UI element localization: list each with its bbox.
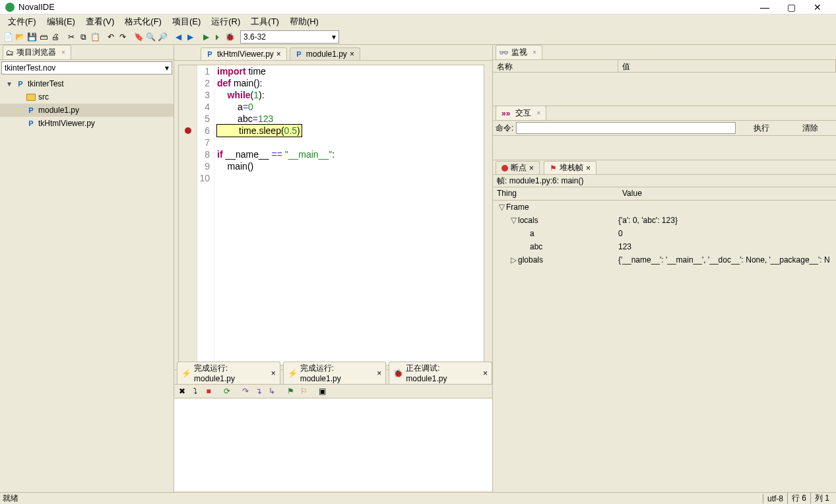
tree-item[interactable]: module1.py [0, 104, 174, 117]
expander-icon[interactable]: ▷ [510, 255, 517, 265]
step-over-icon[interactable]: ↷ [240, 386, 251, 396]
save-all-icon[interactable]: 🗃 [38, 32, 49, 42]
close-button[interactable]: ✕ [804, 2, 831, 13]
close-icon[interactable]: × [271, 369, 276, 378]
project-dropdown[interactable]: tkinterTest.nov ▾ [1, 61, 172, 75]
menu-item[interactable]: 工具(T) [245, 16, 284, 28]
project-explorer-tab[interactable]: 🗂 项目浏览器 × [3, 45, 71, 59]
interact-tab[interactable]: »» 交互 × [496, 106, 546, 120]
variable-value: 123 [618, 242, 836, 251]
console-tab[interactable]: ⚡完成运行: module1.py× [177, 362, 280, 384]
console-tab[interactable]: 🐞正在调试: module1.py× [389, 362, 492, 384]
forward-icon[interactable]: ▶ [185, 32, 195, 42]
close-icon[interactable]: × [532, 49, 536, 56]
maximize-button[interactable]: ▢ [778, 2, 804, 13]
open-icon[interactable]: 📂 [15, 32, 25, 42]
interact-label: 交互 [515, 108, 531, 119]
stackframes-tab[interactable]: ⚑ 堆栈帧 × [544, 161, 596, 174]
new-file-icon[interactable]: 📄 [3, 32, 13, 42]
code-line[interactable]: abc=123 [217, 113, 484, 125]
step-into-icon[interactable]: ↴ [253, 386, 264, 396]
tree-item[interactable]: ▾tkinterTest [0, 77, 174, 90]
print-icon[interactable]: 🖨 [50, 32, 61, 42]
tree-item[interactable]: tkHtmlViewer.py [0, 117, 174, 130]
find-replace-icon[interactable]: 🔎 [157, 32, 168, 42]
cut-icon[interactable]: ✂ [66, 32, 77, 42]
copy-icon[interactable]: ⧉ [78, 32, 88, 42]
run-icon[interactable]: ▶ [201, 32, 211, 42]
break2-icon[interactable]: ⚐ [298, 386, 309, 396]
menu-item[interactable]: 查看(V) [80, 16, 119, 28]
menu-item[interactable]: 格式化(F) [119, 16, 167, 28]
menu-item[interactable]: 编辑(E) [42, 16, 80, 28]
variable-row[interactable]: a0 [493, 227, 836, 240]
code-line[interactable]: a=0 [217, 101, 484, 113]
variable-row[interactable]: ▽locals{'a': 0, 'abc': 123} [493, 214, 836, 227]
expander-icon[interactable]: ▾ [5, 79, 13, 88]
variable-row[interactable]: abc123 [493, 240, 836, 253]
project-tree[interactable]: ▾tkinterTestsrcmodule1.pytkHtmlViewer.py [0, 76, 174, 492]
continue-icon[interactable]: ⟳ [222, 386, 232, 396]
console-tab-label: 完成运行: module1.py [194, 363, 269, 383]
close-icon[interactable]: × [276, 49, 281, 59]
save-icon[interactable]: 💾 [26, 32, 37, 42]
step-out-icon[interactable]: ↳ [267, 386, 277, 396]
step-icon[interactable]: ⤵ [190, 386, 201, 396]
back-icon[interactable]: ◀ [173, 32, 183, 42]
console-tab[interactable]: ⚡完成运行: module1.py× [283, 362, 387, 384]
watch-tab[interactable]: 👓 监视 × [496, 45, 542, 59]
breakpoints-tab[interactable]: 断点 × [496, 161, 540, 174]
close-icon[interactable]: × [483, 369, 488, 378]
python-version-label: 3.6-32 [243, 32, 266, 42]
code-line[interactable]: time.sleep(0.5) [217, 125, 484, 137]
break-icon[interactable]: ⚑ [285, 386, 296, 396]
undo-icon[interactable]: ↶ [106, 32, 116, 42]
variable-row[interactable]: ▷globals{'__name__': '__main__', '__doc_… [493, 253, 836, 267]
stop-icon[interactable]: ■ [203, 386, 214, 396]
redo-icon[interactable]: ↷ [117, 32, 128, 42]
console-output[interactable] [174, 398, 492, 491]
code-line[interactable] [217, 137, 484, 148]
bookmark-icon[interactable]: 🔖 [133, 32, 144, 42]
close-icon[interactable]: × [536, 110, 540, 117]
menu-item[interactable]: 帮助(H) [284, 16, 324, 28]
editor-tab[interactable]: module1.py× [290, 47, 360, 60]
code-line[interactable]: def main(): [217, 77, 484, 89]
variable-row[interactable]: ▽Frame [493, 201, 836, 214]
clear-button[interactable]: 清除 [787, 121, 833, 135]
watch-body[interactable] [493, 73, 836, 106]
code-editor[interactable]: 12345678910 import timedef main(): while… [178, 65, 484, 365]
run2-icon[interactable]: ⏵ [212, 32, 223, 42]
breakpoint-marker[interactable] [185, 127, 191, 134]
minimize-button[interactable]: — [752, 2, 778, 13]
command-input[interactable] [516, 122, 736, 134]
project-explorer-pane: 🗂 项目浏览器 × tkinterTest.nov ▾ ▾tkinterTest… [0, 45, 174, 492]
python-version-select[interactable]: 3.6-32 ▾ [240, 30, 339, 44]
code-line[interactable]: while(1): [217, 89, 484, 101]
search-icon[interactable]: 🔍 [145, 32, 156, 42]
close-console-icon[interactable]: ✖ [177, 386, 187, 396]
menu-item[interactable]: 运行(R) [206, 16, 245, 28]
execute-button[interactable]: 执行 [738, 121, 785, 135]
code-line[interactable]: if __name__ == "__main__": [217, 148, 484, 160]
menu-item[interactable]: 文件(F) [3, 16, 42, 28]
close-icon[interactable]: × [61, 49, 65, 56]
close-icon[interactable]: × [350, 49, 354, 59]
tree-item[interactable]: src [0, 90, 174, 104]
code-line[interactable]: import time [217, 65, 484, 77]
menu-item[interactable]: 项目(E) [167, 16, 206, 28]
terminal-icon[interactable]: ▣ [317, 386, 327, 396]
debug-icon[interactable]: 🐞 [224, 32, 235, 42]
close-icon[interactable]: × [586, 164, 591, 173]
code-line[interactable]: main() [217, 160, 484, 172]
expander-icon[interactable]: ▽ [498, 203, 505, 212]
close-icon[interactable]: × [377, 369, 381, 378]
watch-icon: 👓 [499, 48, 509, 57]
close-icon[interactable]: × [529, 164, 534, 173]
code-line[interactable] [217, 172, 484, 184]
paste-icon[interactable]: 📋 [90, 32, 100, 42]
expander-icon[interactable]: ▽ [510, 216, 517, 225]
interact-output[interactable] [493, 136, 836, 160]
variables-body[interactable]: ▽Frame▽locals{'a': 0, 'abc': 123}a0abc12… [493, 201, 836, 492]
editor-tab[interactable]: tkHtmlViewer.py× [201, 47, 287, 60]
